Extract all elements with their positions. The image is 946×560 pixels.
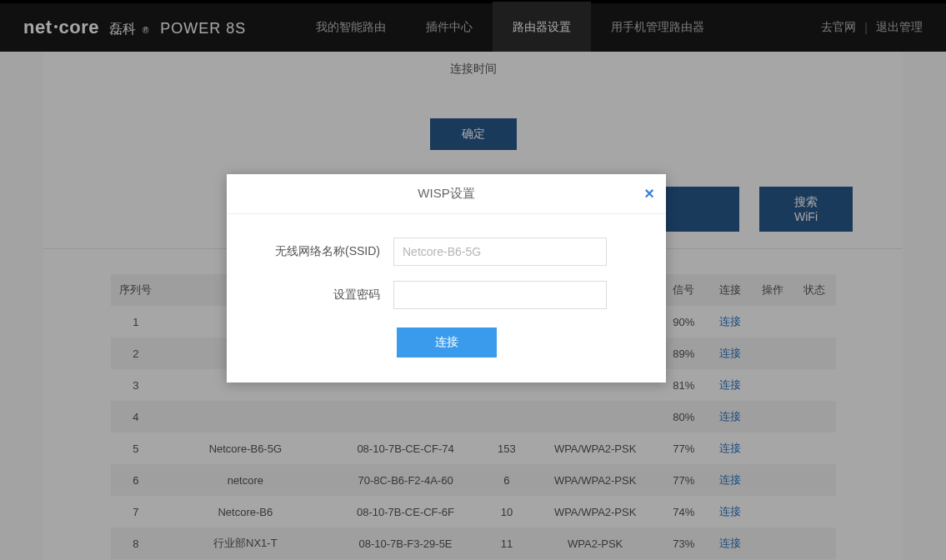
form-row-ssid: 无线网络名称(SSID) <box>260 238 633 266</box>
password-input[interactable] <box>393 281 607 309</box>
close-icon[interactable]: × <box>644 184 654 203</box>
ssid-label: 无线网络名称(SSID) <box>260 244 393 259</box>
connect-button[interactable]: 连接 <box>397 328 497 358</box>
modal-title: WISP设置 <box>418 186 474 202</box>
modal-body: 无线网络名称(SSID) 设置密码 连接 <box>227 214 666 382</box>
ssid-input[interactable] <box>393 238 607 266</box>
modal-header: WISP设置 × <box>227 174 666 214</box>
password-label: 设置密码 <box>260 288 393 302</box>
form-row-password: 设置密码 <box>260 281 633 309</box>
wisp-modal: WISP设置 × 无线网络名称(SSID) 设置密码 连接 <box>227 174 666 382</box>
